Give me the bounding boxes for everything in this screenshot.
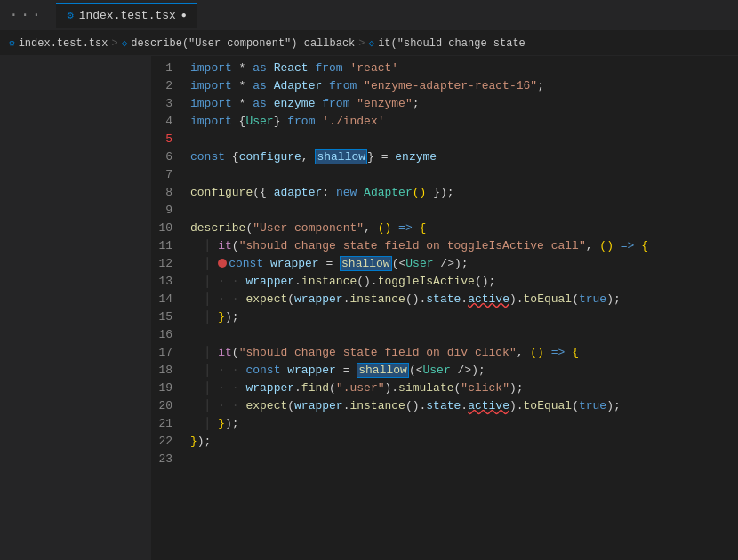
line-code: import * as enzyme from "enzyme"; xyxy=(187,95,738,113)
line-code: │ · · const wrapper = shallow(<User />); xyxy=(187,362,738,380)
line-number: 6 xyxy=(151,148,187,166)
editor-tab[interactable]: ⚙ index.test.tsx ● xyxy=(56,3,197,28)
line-number: 22 xyxy=(151,433,187,451)
line-20: 20 │ · · expect(wrapper.instance().state… xyxy=(151,397,738,415)
line-number: 4 xyxy=(151,113,187,131)
line-19: 19 │ · · wrapper.find(".user").simulate(… xyxy=(151,380,738,397)
line-number: 8 xyxy=(151,184,187,202)
line-number: 3 xyxy=(151,95,187,113)
line-code: │ }); xyxy=(187,308,738,326)
window-controls[interactable]: ··· xyxy=(9,6,43,24)
line-4: 4 import {User} from './index' xyxy=(151,113,738,131)
line-6: 6 const {configure, shallow} = enzyme xyxy=(151,148,738,166)
line-code: │ }); xyxy=(187,415,738,433)
line-code: │ it("should change state field on div c… xyxy=(187,344,738,362)
line-number: 18 xyxy=(151,362,187,380)
line-code: import * as React from 'react' xyxy=(187,60,738,77)
line-number: 7 xyxy=(151,166,187,184)
line-number: 15 xyxy=(151,308,187,326)
line-number: 19 xyxy=(151,380,187,397)
line-code: │ · · expect(wrapper.instance().state.ac… xyxy=(187,291,738,308)
line-number: 13 xyxy=(151,273,187,291)
breadcrumb-sep1: > xyxy=(111,37,117,50)
unsaved-dot: ● xyxy=(181,11,187,20)
line-number: 9 xyxy=(151,202,187,220)
line-16: 16 xyxy=(151,326,738,344)
line-number: 2 xyxy=(151,77,187,95)
breadcrumb-it[interactable]: it("should change state xyxy=(378,37,525,50)
line-22: 22 }); xyxy=(151,433,738,451)
tab-filename: index.test.tsx xyxy=(79,9,176,22)
line-number: 23 xyxy=(151,451,187,468)
line-23: 23 xyxy=(151,451,738,468)
line-18: 18 │ · · const wrapper = shallow(<User /… xyxy=(151,362,738,380)
line-number: 16 xyxy=(151,326,187,344)
line-code: import * as Adapter from "enzyme-adapter… xyxy=(187,77,738,95)
line-2: 2 import * as Adapter from "enzyme-adapt… xyxy=(151,77,738,95)
title-bar: ··· ⚙ index.test.tsx ● xyxy=(0,0,738,31)
line-number: 1 xyxy=(151,60,187,77)
sidebar-gutter xyxy=(0,56,151,560)
line-code: │ it("should change state field on toggl… xyxy=(187,237,738,255)
line-7: 7 xyxy=(151,166,738,184)
line-number: 17 xyxy=(151,344,187,362)
line-code: │ · · wrapper.find(".user").simulate("cl… xyxy=(187,380,738,397)
line-9: 9 xyxy=(151,202,738,220)
line-code: │ const wrapper = shallow(<User />); xyxy=(187,255,738,273)
line-3: 3 import * as enzyme from "enzyme"; xyxy=(151,95,738,113)
editor-container: 1 import * as React from 'react' 2 impor… xyxy=(0,56,738,560)
line-number: 20 xyxy=(151,397,187,415)
line-code: }); xyxy=(187,433,738,451)
line-1: 1 import * as React from 'react' xyxy=(151,60,738,77)
line-13: 13 │ · · wrapper.instance().toggleIsActi… xyxy=(151,273,738,291)
line-8: 8 configure({ adapter: new Adapter() }); xyxy=(151,184,738,202)
file-type-icon: ⚙ xyxy=(67,9,73,22)
breadcrumb: ⚙ index.test.tsx > ◇ describe("User comp… xyxy=(0,31,738,56)
line-number: 10 xyxy=(151,220,187,237)
line-code: │ · · expect(wrapper.instance().state.ac… xyxy=(187,397,738,415)
line-21: 21 │ }); xyxy=(151,415,738,433)
line-17: 17 │ it("should change state field on di… xyxy=(151,344,738,362)
line-14: 14 │ · · expect(wrapper.instance().state… xyxy=(151,291,738,308)
line-5: 5 xyxy=(151,131,738,148)
line-number: 14 xyxy=(151,291,187,308)
breadcrumb-sep2: > xyxy=(358,37,365,50)
breadcrumb-file[interactable]: index.test.tsx xyxy=(19,37,108,50)
line-12: 12 │ const wrapper = shallow(<User />); xyxy=(151,255,738,273)
line-11: 11 │ it("should change state field on to… xyxy=(151,237,738,255)
line-code: import {User} from './index' xyxy=(187,113,738,131)
breadcrumb-file-icon: ⚙ xyxy=(9,37,15,49)
breadcrumb-cb-icon: ◇ xyxy=(122,37,128,49)
code-editor[interactable]: 1 import * as React from 'react' 2 impor… xyxy=(151,56,738,560)
line-number: 5 xyxy=(151,131,187,148)
line-code: describe("User component", () => { xyxy=(187,220,738,237)
line-code: configure({ adapter: new Adapter() }); xyxy=(187,184,738,202)
line-code: │ · · wrapper.instance().toggleIsActive(… xyxy=(187,273,738,291)
line-number: 21 xyxy=(151,415,187,433)
line-code: const {configure, shallow} = enzyme xyxy=(187,148,738,166)
line-15: 15 │ }); xyxy=(151,308,738,326)
line-number: 11 xyxy=(151,237,187,255)
line-10: 10 describe("User component", () => { xyxy=(151,220,738,237)
breadcrumb-describe[interactable]: describe("User component") callback xyxy=(131,37,355,50)
line-number: 12 xyxy=(151,255,187,273)
breadcrumb-it-icon: ◇ xyxy=(369,37,375,49)
